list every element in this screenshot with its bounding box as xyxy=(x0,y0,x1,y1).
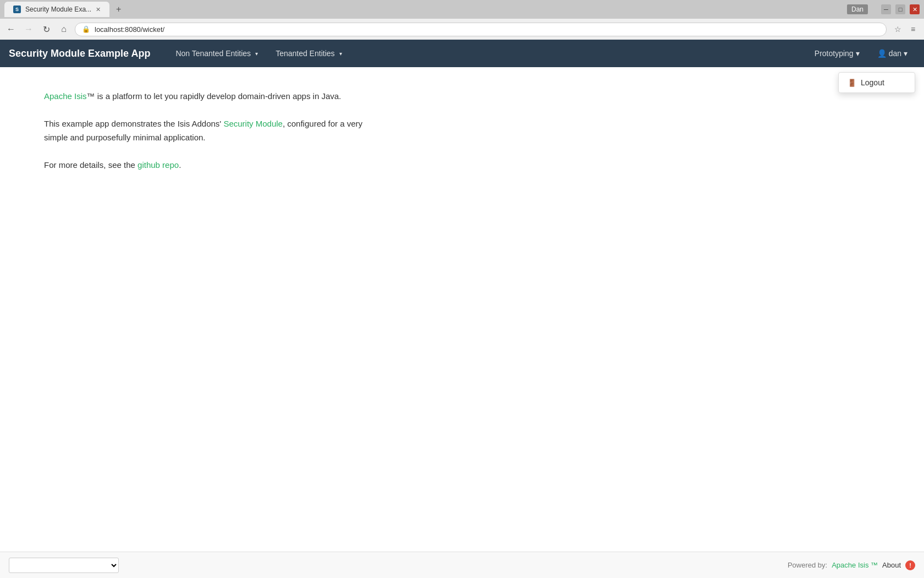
browser-tab-active[interactable]: S Security Module Exa... ✕ xyxy=(4,2,109,17)
home-button[interactable]: ⌂ xyxy=(57,23,70,36)
browser-tabs: S Security Module Exa... ✕ + xyxy=(4,2,125,17)
user-dropdown-menu: 🚪 Logout xyxy=(838,72,915,93)
tab-favicon: S xyxy=(13,6,21,13)
address-text: localhost:8080/wicket/ xyxy=(95,25,879,34)
main-content: Apache Isis™ is a platform to let you ra… xyxy=(0,67,924,452)
browser-chrome: S Security Module Exa... ✕ + Dan ─ □ ✕ ←… xyxy=(0,0,924,40)
browser-addressbar: ← → ↻ ⌂ 🔒 localhost:8080/wicket/ ☆ ≡ xyxy=(0,19,924,40)
about-label[interactable]: About xyxy=(882,561,901,569)
paragraph2-prefix: This example app demonstrates the Isis A… xyxy=(44,119,223,128)
chevron-down-icon: ▾ xyxy=(904,49,908,58)
nav-menu-item-tenanted[interactable]: Tenanted Entities ▾ xyxy=(268,45,349,62)
bookmark-icon[interactable]: ☆ xyxy=(891,23,904,36)
user-menu[interactable]: 👤 dan ▾ xyxy=(870,45,915,62)
powered-by-label: Powered by: xyxy=(788,561,827,569)
security-module-link-text: Security Module xyxy=(223,119,283,128)
logout-label: Logout xyxy=(861,78,884,87)
paragraph3-prefix: For more details, see the xyxy=(44,160,138,170)
window-close-button[interactable]: ✕ xyxy=(910,4,920,14)
forward-button[interactable]: → xyxy=(22,23,35,36)
refresh-button[interactable]: ↻ xyxy=(40,23,53,36)
footer-select[interactable] xyxy=(9,558,119,573)
app-navbar: Security Module Example App Non Tenanted… xyxy=(0,40,924,67)
user-label: dan xyxy=(889,49,901,58)
paragraph1-suffix: is a platform to let you rapidly develop… xyxy=(95,91,342,101)
back-button[interactable]: ← xyxy=(4,23,18,36)
paragraph-1: Apache Isis™ is a platform to let you ra… xyxy=(44,89,374,103)
user-icon: 👤 xyxy=(877,49,887,58)
nav-menu-item-non-tenanted[interactable]: Non Tenanted Entities ▾ xyxy=(168,45,266,62)
app-brand: Security Module Example App xyxy=(9,48,150,59)
footer-left xyxy=(9,558,119,573)
browser-titlebar: S Security Module Exa... ✕ + Dan ─ □ ✕ xyxy=(0,0,924,19)
paragraph3-suffix: . xyxy=(179,160,181,170)
prototyping-label: Prototyping xyxy=(815,49,854,58)
tab-label: Security Module Exa... xyxy=(25,6,91,13)
window-minimize-button[interactable]: ─ xyxy=(881,4,891,14)
window-user-label: Dan xyxy=(847,4,868,14)
apache-isis-link-text: Apache Isis xyxy=(44,91,87,101)
isis-link-label: Apache Isis ™ xyxy=(832,561,878,569)
window-maximize-button[interactable]: □ xyxy=(895,4,905,14)
chevron-down-icon: ▾ xyxy=(856,49,860,58)
logout-icon: 🚪 xyxy=(848,79,856,87)
footer-right: Powered by: Apache Isis ™ About ! xyxy=(788,560,915,570)
tab-close-button[interactable]: ✕ xyxy=(96,7,101,13)
github-link-text: github repo xyxy=(138,160,179,170)
prototyping-menu[interactable]: Prototyping ▾ xyxy=(807,45,867,62)
nav-right: Prototyping ▾ 👤 dan ▾ 🚪 Logout xyxy=(807,45,915,62)
address-lock-icon: 🔒 xyxy=(82,25,90,33)
footer-select-container xyxy=(9,558,119,573)
chevron-down-icon: ▾ xyxy=(339,51,342,57)
paragraph-3: For more details, see the github repo. xyxy=(44,158,374,172)
security-module-link[interactable]: Security Module xyxy=(223,119,283,128)
paragraph-2: This example app demonstrates the Isis A… xyxy=(44,117,374,145)
address-actions: ☆ ≡ xyxy=(891,23,920,36)
warning-icon[interactable]: ! xyxy=(905,560,915,570)
nav-menu-item-label: Non Tenanted Entities xyxy=(175,49,251,58)
isis-footer-link[interactable]: Apache Isis ™ xyxy=(832,561,878,569)
app-footer: Powered by: Apache Isis ™ About ! xyxy=(0,552,924,578)
nav-menu-item-label: Tenanted Entities xyxy=(276,49,334,58)
nav-menu: Non Tenanted Entities ▾ Tenanted Entitie… xyxy=(168,45,806,62)
logout-button[interactable]: 🚪 Logout xyxy=(839,73,915,92)
new-tab-button[interactable]: + xyxy=(112,4,125,14)
browser-menu-icon[interactable]: ≡ xyxy=(906,23,920,36)
trademark-text: ™ xyxy=(87,91,95,101)
address-bar[interactable]: 🔒 localhost:8080/wicket/ xyxy=(75,23,887,36)
apache-isis-link[interactable]: Apache Isis xyxy=(44,91,87,101)
chevron-down-icon: ▾ xyxy=(255,51,258,57)
github-repo-link[interactable]: github repo xyxy=(138,160,179,170)
